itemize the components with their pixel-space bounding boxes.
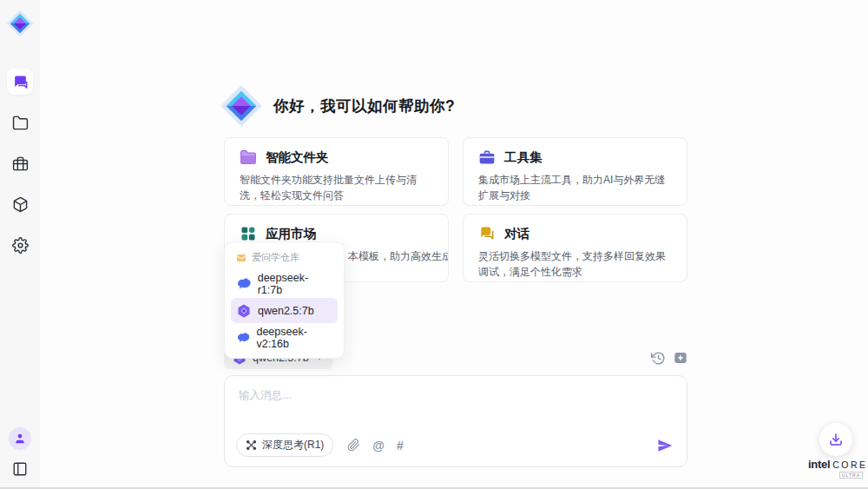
model-dropdown: 爱问学仓库 deepseek-r1:7b qwen2.5:7b deepseek… xyxy=(224,241,345,359)
intel-product-text: CORE xyxy=(832,459,867,470)
dropdown-option-qwen[interactable]: qwen2.5:7b xyxy=(231,298,338,323)
chat-icon xyxy=(12,74,29,90)
gear-icon xyxy=(12,237,29,254)
card-title: 智能文件夹 xyxy=(266,149,329,166)
folder-icon xyxy=(12,115,29,131)
card-title: 工具集 xyxy=(504,149,542,166)
intel-core-badge: intel CORE ULTRA xyxy=(808,458,862,479)
paperclip-icon[interactable] xyxy=(347,439,360,452)
cube-icon xyxy=(12,196,29,213)
page-title: 你好，我可以如何帮助你? xyxy=(273,96,455,116)
deepseek-icon xyxy=(237,331,249,345)
dropdown-option-deepseek-r1[interactable]: deepseek-r1:7b xyxy=(231,271,338,296)
message-composer[interactable]: 输入消息... 深度思考(R1) @ # xyxy=(224,375,687,467)
dropdown-option-label: deepseek-v2:16b xyxy=(256,326,332,350)
download-fab[interactable] xyxy=(819,423,852,456)
deep-think-toggle[interactable]: 深度思考(R1) xyxy=(236,433,333,457)
new-chat-plus-icon xyxy=(674,351,687,365)
sidebar xyxy=(0,0,40,487)
composer-tools: @ # xyxy=(347,439,403,453)
card-toolset[interactable]: 工具集 集成市场上主流工具，助力AI与外界无缝扩展与对接 xyxy=(463,137,687,206)
card-title: 对话 xyxy=(504,226,529,242)
history-icon xyxy=(651,351,666,366)
new-chat-button[interactable] xyxy=(674,351,687,365)
send-button[interactable] xyxy=(656,437,674,454)
briefcase-icon xyxy=(12,155,29,172)
diamond-logo-icon xyxy=(219,83,264,129)
sidebar-item-folders[interactable] xyxy=(7,109,33,135)
card-description: 集成市场上主流工具，助力AI与外界无缝扩展与对接 xyxy=(478,172,672,203)
gold-chat-icon xyxy=(478,225,496,242)
send-icon xyxy=(656,437,674,454)
diamond-logo-icon xyxy=(5,9,35,38)
card-description: 智能文件夹功能支持批量文件上传与清洗，轻松实现文件问答 xyxy=(240,172,433,203)
indigo-briefcase-icon xyxy=(478,149,496,166)
card-title: 应用市场 xyxy=(266,226,316,242)
mention-icon[interactable]: @ xyxy=(372,439,385,453)
deepseek-icon xyxy=(237,277,251,291)
dropdown-option-label: deepseek-r1:7b xyxy=(258,272,332,296)
composer-toolbar: 深度思考(R1) @ # xyxy=(236,433,674,457)
sidebar-nav xyxy=(7,69,33,258)
qwen-icon xyxy=(237,304,251,318)
deep-think-label: 深度思考(R1) xyxy=(262,438,324,453)
dropdown-option-label: qwen2.5:7b xyxy=(258,305,314,317)
model-actions xyxy=(651,351,687,366)
sidebar-item-settings[interactable] xyxy=(7,232,33,258)
sidebar-item-toolbox[interactable] xyxy=(7,150,33,176)
card-description: 灵活切换多模型文件，支持多样回复效果调试，满足个性化需求 xyxy=(478,248,672,280)
intel-brand-text: intel xyxy=(808,458,830,471)
dropdown-option-deepseek-v2[interactable]: deepseek-v2:16b xyxy=(231,325,338,350)
card-dialogue[interactable]: 对话 灵活切换多模型文件，支持多样回复效果调试，满足个性化需求 xyxy=(463,214,687,282)
download-icon xyxy=(829,433,843,446)
sidebar-bottom xyxy=(9,427,31,477)
hash-icon[interactable]: # xyxy=(397,439,404,453)
intel-tier-text: ULTRA xyxy=(839,472,863,479)
history-button[interactable] xyxy=(651,351,666,366)
user-icon xyxy=(14,433,26,445)
card-smart-folder[interactable]: 智能文件夹 智能文件夹功能支持批量文件上传与清洗，轻松实现文件问答 xyxy=(224,137,449,206)
user-avatar[interactable] xyxy=(9,427,31,450)
atom-icon xyxy=(246,439,257,451)
sidebar-item-models[interactable] xyxy=(7,191,33,217)
warehouse-badge-icon xyxy=(236,253,247,263)
model-group-label: 爱问学仓库 xyxy=(252,251,299,264)
panel-layout-icon xyxy=(12,461,28,477)
greeting-header: 你好，我可以如何帮助你? xyxy=(219,83,455,129)
purple-folder-icon xyxy=(240,149,257,166)
teal-apps-grid-icon xyxy=(240,225,257,242)
sidebar-item-chat[interactable] xyxy=(7,69,33,95)
app-logo[interactable] xyxy=(4,8,36,39)
collapse-sidebar-button[interactable] xyxy=(12,461,28,477)
message-input[interactable]: 输入消息... xyxy=(239,388,291,403)
model-group-row: 爱问学仓库 xyxy=(231,248,338,269)
